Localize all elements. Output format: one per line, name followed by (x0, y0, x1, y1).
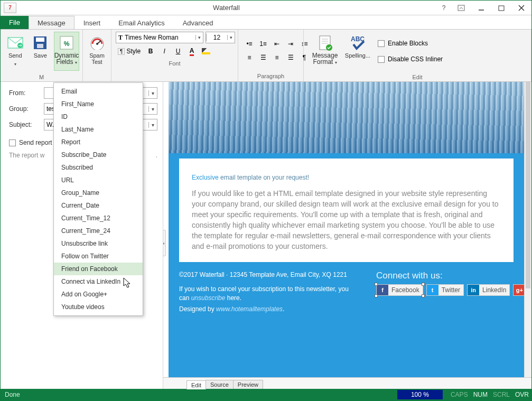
message-format-button[interactable]: Message Format (309, 32, 341, 71)
numbering-button[interactable]: 1≡ (257, 38, 269, 50)
chevron-down-icon[interactable]: ▾ (148, 106, 157, 112)
connect-label: Connect with us: (376, 271, 514, 281)
ribbon-toggle-button[interactable] (451, 1, 471, 15)
dynamic-field-item[interactable]: Report (54, 136, 143, 148)
splitter-handle[interactable]: ◂ (163, 230, 166, 256)
dynamic-field-item[interactable]: Current_Time_12 (54, 212, 143, 225)
font-color-icon: A (190, 47, 194, 56)
indent-button[interactable]: ⇥ (285, 38, 296, 50)
tab-message[interactable]: Message (29, 16, 74, 29)
save-button[interactable]: Save (29, 32, 52, 71)
justify-icon: ☰ (288, 54, 294, 61)
disable-css-inliner-checkbox[interactable]: Disable CSS Inliner (378, 53, 443, 65)
dynamic-field-item[interactable]: Friend on Facebook (54, 263, 143, 275)
footer-unsubscribe-line: If you wish to cancel your subscription … (179, 285, 360, 303)
edit-tab[interactable]: Edit (186, 380, 206, 389)
template-footer: ©2017 Waterfall · 12345 Template Ave, Em… (179, 271, 514, 314)
highlight-icon (202, 48, 210, 54)
linkedin-icon: in (468, 285, 479, 295)
app-window: 7 Waterfall ? File Message Insert Email … (0, 0, 532, 401)
help-button[interactable]: ? (436, 1, 451, 15)
dynamic-field-item[interactable]: Current_Time_24 (54, 225, 143, 237)
align-center-button[interactable]: ☰ (257, 52, 269, 63)
hero-image (169, 82, 524, 158)
align-center-icon: ☰ (260, 54, 266, 61)
group-label-edit: Edit (304, 73, 531, 82)
tab-advanced[interactable]: Advanced (174, 16, 222, 29)
tab-insert[interactable]: Insert (74, 16, 110, 29)
dynamic-field-item[interactable]: Subscribe_Date (54, 148, 143, 161)
scrollbar-thumb[interactable] (526, 82, 530, 288)
design-link[interactable]: www.hotemailtemplates (216, 305, 283, 313)
preview-tab[interactable]: Preview (233, 380, 263, 389)
linkedin-button[interactable]: inLinkedIn (467, 284, 510, 296)
selection-handle[interactable] (422, 294, 425, 297)
justify-button[interactable]: ☰ (285, 52, 296, 63)
email-template: Exclusive email template on your request… (169, 82, 524, 377)
bullets-button[interactable]: •≡ (244, 38, 255, 50)
align-right-button[interactable]: ≡ (271, 52, 283, 63)
dynamic-field-item[interactable]: ID (54, 110, 143, 123)
outdent-button[interactable]: ⇤ (271, 38, 283, 50)
style-button[interactable]: ¶Style (116, 45, 143, 57)
numbering-icon: 1≡ (259, 40, 267, 48)
align-left-button[interactable]: ≡ (244, 52, 255, 63)
facebook-button[interactable]: fFacebook (376, 284, 423, 296)
twitter-button[interactable]: tTwitter (426, 284, 464, 296)
spam-test-button[interactable]: Spam Test (86, 32, 108, 71)
dynamic-field-item[interactable]: URL (54, 174, 143, 186)
spelling-button[interactable]: ABC Spelling... (343, 32, 372, 71)
font-icon: T (118, 34, 123, 42)
selection-handle[interactable] (422, 283, 425, 286)
enable-blocks-checkbox[interactable]: Enable Blocks (378, 38, 443, 49)
indent-icon: ⇥ (288, 40, 293, 48)
dynamic-field-item[interactable]: Add on Google+ (54, 288, 143, 301)
editor-pane: ◂ Exclusive email template on your reque… (163, 82, 531, 389)
close-button[interactable] (511, 1, 531, 15)
underline-button[interactable]: U (172, 45, 184, 57)
minimize-button[interactable] (471, 1, 491, 15)
zoom-indicator[interactable]: 100 % (397, 390, 443, 399)
highlight-button[interactable] (200, 45, 212, 57)
unsubscribe-link[interactable]: unsubscribe (191, 294, 226, 302)
statusbar: Done 100 % CAPS NUM SCRL OVR (1, 389, 531, 400)
chevron-down-icon[interactable]: ▾ (148, 90, 157, 96)
dynamic-field-item[interactable]: Follow on Twitter (54, 250, 143, 263)
titlebar: 7 Waterfall ? (1, 1, 531, 15)
dynamic-field-item[interactable]: Youtube videos (54, 301, 143, 313)
source-tab[interactable]: Source (206, 380, 234, 389)
template-heading: Exclusive email template on your request… (192, 169, 501, 183)
bold-button[interactable]: B (145, 45, 156, 57)
send-icon (7, 34, 24, 51)
selection-handle[interactable] (375, 283, 378, 286)
dynamic-fields-dropdown[interactable]: EmailFirst_NameIDLast_NameReportSubscrib… (53, 82, 143, 316)
dynamic-field-item[interactable]: Current_Date (54, 199, 143, 212)
dynamic-field-item[interactable]: Email (54, 85, 143, 98)
vertical-scrollbar[interactable] (524, 82, 531, 377)
group-label-font: Font (111, 59, 238, 69)
font-family-select[interactable]: TTimes New Roman▾ (116, 32, 203, 43)
send-button[interactable]: Send (4, 32, 27, 71)
dynamic-field-item[interactable]: Subscribed (54, 161, 143, 174)
italic-button[interactable]: I (158, 45, 170, 57)
file-tab[interactable]: File (1, 16, 29, 29)
font-color-button[interactable]: A (186, 45, 198, 57)
dynamic-fields-button[interactable]: % Dynamic Fields (54, 32, 79, 71)
dynamic-field-item[interactable]: Group_Name (54, 186, 143, 199)
chevron-down-icon[interactable]: ▾ (148, 122, 157, 128)
dynamic-field-item[interactable]: Unsubscribe link (54, 237, 143, 250)
num-indicator: NUM (471, 391, 490, 398)
ribbon: Send Save % Dynamic Fields M Spam Test (1, 29, 531, 82)
font-size-select[interactable]: 12▾ (206, 32, 235, 43)
tab-email-analytics[interactable]: Email Analytics (109, 16, 173, 29)
maximize-button[interactable] (491, 1, 511, 15)
from-label: From: (9, 89, 41, 97)
selection-handle[interactable] (375, 294, 378, 297)
dynamic-field-item[interactable]: First_Name (54, 98, 143, 110)
dynamic-field-item[interactable]: Last_Name (54, 123, 143, 136)
svg-rect-9 (37, 44, 43, 48)
dynamic-field-item[interactable]: Connect via LinkedIn (54, 275, 143, 288)
editor-canvas[interactable]: ◂ Exclusive email template on your reque… (163, 82, 531, 377)
svg-point-14 (96, 43, 98, 45)
caps-indicator: CAPS (448, 391, 471, 398)
